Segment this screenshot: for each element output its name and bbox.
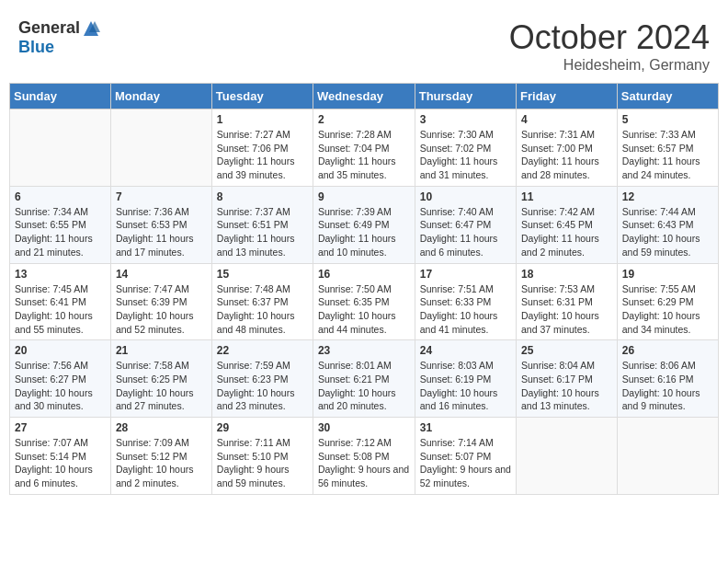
day-number: 14: [116, 268, 207, 281]
calendar-week-row: 13Sunrise: 7:45 AMSunset: 6:41 PMDayligh…: [10, 263, 719, 340]
calendar-cell: 19Sunrise: 7:55 AMSunset: 6:29 PMDayligh…: [617, 263, 718, 340]
day-info: Sunrise: 8:04 AMSunset: 6:17 PMDaylight:…: [521, 359, 612, 413]
day-number: 27: [15, 421, 106, 434]
day-number: 9: [318, 190, 410, 203]
calendar-cell: 26Sunrise: 8:06 AMSunset: 6:16 PMDayligh…: [617, 340, 718, 418]
calendar-cell: 4Sunrise: 7:31 AMSunset: 7:00 PMDaylight…: [517, 109, 618, 187]
calendar-cell: 17Sunrise: 7:51 AMSunset: 6:33 PMDayligh…: [415, 263, 516, 340]
day-number: 21: [116, 344, 207, 357]
day-info: Sunrise: 7:45 AMSunset: 6:41 PMDaylight:…: [15, 282, 106, 337]
day-info: Sunrise: 7:42 AMSunset: 6:45 PMDaylight:…: [521, 205, 612, 259]
logo-blue-text: Blue: [18, 38, 54, 57]
calendar-cell: 11Sunrise: 7:42 AMSunset: 6:45 PMDayligh…: [517, 186, 618, 263]
title-area: October 2024 Heidesheim, Germany: [509, 18, 710, 74]
day-info: Sunrise: 7:37 AMSunset: 6:51 PMDaylight:…: [217, 205, 308, 259]
day-info: Sunrise: 7:31 AMSunset: 7:00 PMDaylight:…: [521, 128, 612, 182]
day-number: 30: [318, 421, 410, 434]
day-number: 2: [318, 113, 410, 126]
calendar-cell: [110, 109, 211, 187]
day-number: 16: [318, 268, 410, 281]
calendar-cell: 24Sunrise: 8:03 AMSunset: 6:19 PMDayligh…: [415, 340, 516, 418]
day-info: Sunrise: 7:11 AMSunset: 5:10 PMDaylight:…: [217, 436, 308, 490]
calendar-cell: [617, 418, 718, 495]
day-info: Sunrise: 7:47 AMSunset: 6:39 PMDaylight:…: [116, 282, 207, 337]
calendar-cell: 6Sunrise: 7:34 AMSunset: 6:55 PMDaylight…: [10, 186, 111, 263]
day-info: Sunrise: 7:14 AMSunset: 5:07 PMDaylight:…: [420, 436, 511, 490]
day-info: Sunrise: 7:51 AMSunset: 6:33 PMDaylight:…: [420, 282, 511, 337]
calendar-cell: 22Sunrise: 7:59 AMSunset: 6:23 PMDayligh…: [211, 340, 313, 418]
calendar-header-monday: Monday: [110, 84, 211, 109]
day-number: 25: [521, 344, 612, 357]
calendar-cell: 29Sunrise: 7:11 AMSunset: 5:10 PMDayligh…: [211, 418, 313, 495]
calendar-header-thursday: Thursday: [415, 84, 516, 109]
day-number: 20: [15, 344, 106, 357]
day-info: Sunrise: 7:56 AMSunset: 6:27 PMDaylight:…: [15, 359, 106, 413]
day-info: Sunrise: 7:50 AMSunset: 6:35 PMDaylight:…: [318, 282, 410, 337]
calendar-header-row: SundayMondayTuesdayWednesdayThursdayFrid…: [10, 84, 719, 109]
calendar-week-row: 27Sunrise: 7:07 AMSunset: 5:14 PMDayligh…: [10, 418, 719, 495]
calendar-cell: 9Sunrise: 7:39 AMSunset: 6:49 PMDaylight…: [313, 186, 415, 263]
day-info: Sunrise: 7:36 AMSunset: 6:53 PMDaylight:…: [116, 205, 207, 259]
logo: General Blue: [18, 18, 100, 57]
day-info: Sunrise: 7:09 AMSunset: 5:12 PMDaylight:…: [116, 436, 207, 490]
calendar-cell: 3Sunrise: 7:30 AMSunset: 7:02 PMDaylight…: [415, 109, 516, 187]
logo-general-text: General: [18, 18, 80, 38]
calendar-header-friday: Friday: [517, 84, 618, 109]
day-number: 24: [420, 344, 511, 357]
day-info: Sunrise: 7:12 AMSunset: 5:08 PMDaylight:…: [318, 436, 410, 490]
calendar-cell: 27Sunrise: 7:07 AMSunset: 5:14 PMDayligh…: [10, 418, 111, 495]
day-info: Sunrise: 7:07 AMSunset: 5:14 PMDaylight:…: [15, 436, 106, 490]
day-number: 5: [622, 113, 713, 126]
day-info: Sunrise: 7:48 AMSunset: 6:37 PMDaylight:…: [217, 282, 308, 337]
calendar-cell: [10, 109, 111, 187]
calendar-week-row: 6Sunrise: 7:34 AMSunset: 6:55 PMDaylight…: [10, 186, 719, 263]
calendar-cell: 23Sunrise: 8:01 AMSunset: 6:21 PMDayligh…: [313, 340, 415, 418]
calendar-cell: 8Sunrise: 7:37 AMSunset: 6:51 PMDaylight…: [211, 186, 313, 263]
calendar-cell: 28Sunrise: 7:09 AMSunset: 5:12 PMDayligh…: [110, 418, 211, 495]
calendar-week-row: 1Sunrise: 7:27 AMSunset: 7:06 PMDaylight…: [10, 109, 719, 187]
day-number: 11: [521, 190, 612, 203]
day-info: Sunrise: 7:44 AMSunset: 6:43 PMDaylight:…: [622, 205, 713, 259]
day-info: Sunrise: 7:53 AMSunset: 6:31 PMDaylight:…: [521, 282, 612, 337]
calendar-header-tuesday: Tuesday: [211, 84, 313, 109]
calendar-cell: 10Sunrise: 7:40 AMSunset: 6:47 PMDayligh…: [415, 186, 516, 263]
day-number: 31: [420, 421, 511, 434]
calendar-week-row: 20Sunrise: 7:56 AMSunset: 6:27 PMDayligh…: [10, 340, 719, 418]
day-number: 7: [116, 190, 207, 203]
day-info: Sunrise: 7:34 AMSunset: 6:55 PMDaylight:…: [15, 205, 106, 259]
calendar-cell: 13Sunrise: 7:45 AMSunset: 6:41 PMDayligh…: [10, 263, 111, 340]
day-number: 28: [116, 421, 207, 434]
calendar-header-wednesday: Wednesday: [313, 84, 415, 109]
day-number: 17: [420, 268, 511, 281]
day-number: 4: [521, 113, 612, 126]
logo-icon: [82, 19, 100, 38]
day-number: 19: [622, 268, 713, 281]
calendar-cell: 30Sunrise: 7:12 AMSunset: 5:08 PMDayligh…: [313, 418, 415, 495]
calendar-cell: 2Sunrise: 7:28 AMSunset: 7:04 PMDaylight…: [313, 109, 415, 187]
calendar-cell: 20Sunrise: 7:56 AMSunset: 6:27 PMDayligh…: [10, 340, 111, 418]
day-info: Sunrise: 7:30 AMSunset: 7:02 PMDaylight:…: [420, 128, 511, 182]
calendar-cell: 15Sunrise: 7:48 AMSunset: 6:37 PMDayligh…: [211, 263, 313, 340]
page-header: General Blue October 2024 Heidesheim, Ge…: [9, 9, 719, 78]
day-info: Sunrise: 7:59 AMSunset: 6:23 PMDaylight:…: [217, 359, 308, 413]
day-info: Sunrise: 7:33 AMSunset: 6:57 PMDaylight:…: [622, 128, 713, 182]
day-number: 15: [217, 268, 308, 281]
calendar-cell: 21Sunrise: 7:58 AMSunset: 6:25 PMDayligh…: [110, 340, 211, 418]
location-text: Heidesheim, Germany: [509, 57, 710, 74]
day-info: Sunrise: 8:01 AMSunset: 6:21 PMDaylight:…: [318, 359, 410, 413]
day-info: Sunrise: 7:27 AMSunset: 7:06 PMDaylight:…: [217, 128, 308, 182]
day-number: 12: [622, 190, 713, 203]
day-number: 10: [420, 190, 511, 203]
calendar-cell: 18Sunrise: 7:53 AMSunset: 6:31 PMDayligh…: [517, 263, 618, 340]
calendar-table: SundayMondayTuesdayWednesdayThursdayFrid…: [9, 83, 719, 495]
day-info: Sunrise: 7:58 AMSunset: 6:25 PMDaylight:…: [116, 359, 207, 413]
calendar-header-saturday: Saturday: [617, 84, 718, 109]
month-title: October 2024: [509, 18, 710, 57]
day-number: 29: [217, 421, 308, 434]
day-number: 8: [217, 190, 308, 203]
day-number: 13: [15, 268, 106, 281]
day-number: 18: [521, 268, 612, 281]
calendar-cell: 12Sunrise: 7:44 AMSunset: 6:43 PMDayligh…: [617, 186, 718, 263]
day-info: Sunrise: 8:03 AMSunset: 6:19 PMDaylight:…: [420, 359, 511, 413]
day-info: Sunrise: 7:55 AMSunset: 6:29 PMDaylight:…: [622, 282, 713, 337]
